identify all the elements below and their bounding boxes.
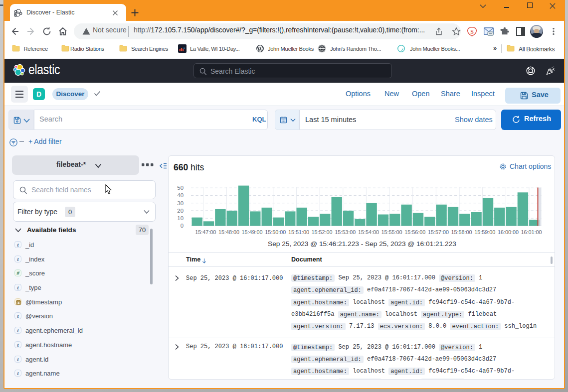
svg-text:15:52:00: 15:52:00 (312, 229, 333, 235)
svg-text:40: 40 (177, 192, 184, 198)
svg-text:15:54:00: 15:54:00 (358, 229, 379, 235)
svg-text:15:49:00: 15:49:00 (242, 229, 263, 235)
svg-text:50: 50 (177, 185, 184, 191)
svg-text:15:58:00: 15:58:00 (451, 229, 472, 235)
svg-text:30: 30 (177, 200, 184, 206)
svg-text:10: 10 (177, 215, 184, 221)
svg-text:S: S (470, 28, 474, 35)
svg-text:15:56:00: 15:56:00 (404, 229, 425, 235)
svg-text:16:01:00: 16:01:00 (521, 229, 542, 235)
svg-text:15:55:00: 15:55:00 (381, 229, 402, 235)
svg-text:15:48:00: 15:48:00 (218, 229, 239, 235)
svg-text:15:51:00: 15:51:00 (288, 229, 309, 235)
svg-text:20: 20 (177, 208, 184, 214)
svg-text:0: 0 (181, 223, 184, 229)
svg-text:15:59:00: 15:59:00 (474, 229, 495, 235)
svg-text:15:53:00: 15:53:00 (335, 229, 356, 235)
svg-text:15:57:00: 15:57:00 (428, 229, 449, 235)
svg-text:15:50:00: 15:50:00 (265, 229, 286, 235)
svg-text:16:00:00: 16:00:00 (498, 229, 519, 235)
svg-text:15:47:00: 15:47:00 (195, 229, 216, 235)
